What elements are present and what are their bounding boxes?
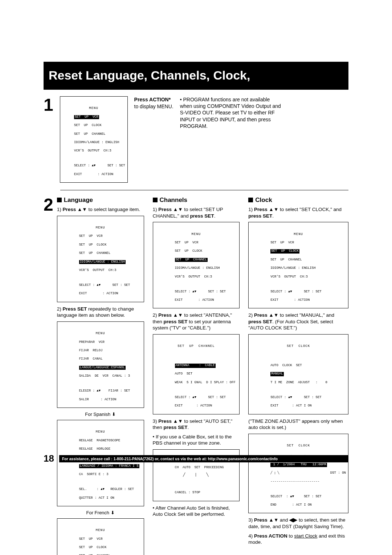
divider xyxy=(60,190,348,190)
clock-p3: 3) Press ▲▼ and ◀▶ to select, then set t… xyxy=(248,517,348,530)
caption-spanish: For Spanish ⬇ xyxy=(57,412,144,418)
step-1: 1 MENU SET UP VCR SET UP CLOCK SET UP CH… xyxy=(44,96,348,183)
step1-instruction: Press ACTION* to display MENU. xyxy=(134,96,173,110)
caption-french: For French ⬇ xyxy=(57,510,144,516)
note-text: PROGRAM functions are not available when… xyxy=(180,97,281,129)
lang-menu-1: MENU SET UP VCR SET UP CLOCK SET UP CHAN… xyxy=(57,216,144,302)
clock-note: ("TIME ZONE ADJUST" appears only when au… xyxy=(248,418,348,431)
footer: 18 For assistance, please call : 1-800-2… xyxy=(44,453,348,464)
clock-p2: 2) Press ▲▼ to select "MANUAL," and pres… xyxy=(248,312,348,331)
channels-p1: 1) Press ▲▼ to select "SET UP CHANNEL," … xyxy=(153,206,240,219)
language-head: Language xyxy=(57,196,144,204)
channels-bullet: • If you use a Cable Box, set it to the … xyxy=(153,434,240,446)
channels-p2: 2) Press ▲▼ to select "ANTENNA," then pr… xyxy=(153,312,240,331)
action-text: to display MENU. xyxy=(134,104,173,109)
channels-head: Channels xyxy=(153,196,240,204)
channels-column: Channels 1) Press ▲▼ to select "SET UP C… xyxy=(153,196,240,555)
menu-line: SET UP CHANNEL xyxy=(74,132,105,136)
channels-p3: 3) Press ▲▼ to select "AUTO SET," then p… xyxy=(153,418,240,431)
clock-column: Clock 1) Press ▲▼ to select "SET CLOCK,"… xyxy=(248,196,348,555)
clock-menu-3: SET CLOCK ╲ | ╱ 1 / 1/2004 THU 12:00PM ╱… xyxy=(248,434,348,514)
menu-line: IDIOMA/LANGUE : ENGLISH xyxy=(74,141,119,144)
lang-menu-en: MENU SET UP VCR SET UP CLOCK SET UP CHAN… xyxy=(57,518,144,555)
channels-menu-1: MENU SET UP VCR SET UP CLOCK SET UP CHAN… xyxy=(153,222,240,308)
step-2-number: 2 xyxy=(44,196,53,214)
lang-menu-es: MENU PREPARAR VCR FIJAR RELOJ FIJAR CANA… xyxy=(57,321,144,408)
action-label: Press ACTION* xyxy=(134,97,171,102)
scan-icon: ╱ | ╲ xyxy=(155,474,237,476)
menu-footer: SELECT : ▲▼ SET : SET xyxy=(74,164,125,167)
menu-line: VCR'S OUTPUT CH:3 xyxy=(74,149,111,153)
page-title: Reset Language, Channels, Clock, xyxy=(44,62,348,90)
clock-menu-1: MENU SET UP VCR SET UP CLOCK SET UP CHAN… xyxy=(248,222,348,308)
channels-after: • After Channel Auto Set is finished, Au… xyxy=(153,505,240,518)
clock-p4: 4) Press ACTION to start Clock and exit … xyxy=(248,533,348,546)
menu-line: SET UP CLOCK xyxy=(74,123,102,127)
down-arrow-icon: ⬇ xyxy=(112,412,116,417)
language-column: Language 1) Press ▲▼ to select language … xyxy=(57,196,144,555)
page-number: 18 xyxy=(44,453,54,464)
clock-p1: 1) Press ▲▼ to select "SET CLOCK," and p… xyxy=(248,206,348,219)
step-1-number: 1 xyxy=(44,96,53,114)
menu-title: MENU xyxy=(62,106,125,111)
clock-menu-2: SET CLOCK AUTO CLOCK SET MANUAL T I ME Z… xyxy=(248,334,348,414)
channels-menu-2: SET UP CHANNEL ANTENNA : CABLE AUTO SET … xyxy=(153,334,240,414)
footer-bar: For assistance, please call : 1-800-211-… xyxy=(59,455,348,462)
step-2: 2 Language 1) Press ▲▼ to select languag… xyxy=(44,196,348,555)
step1-menu: MENU SET UP VCR SET UP CLOCK SET UP CHAN… xyxy=(60,96,128,183)
step1-note: • PROGRAM functions are not available wh… xyxy=(180,96,282,129)
clock-head: Clock xyxy=(248,196,348,204)
menu-footer: EXIT : ACTION xyxy=(74,173,113,176)
menu-hl: SET UP VCR xyxy=(74,115,99,119)
down-arrow-icon: ⬇ xyxy=(111,510,115,515)
